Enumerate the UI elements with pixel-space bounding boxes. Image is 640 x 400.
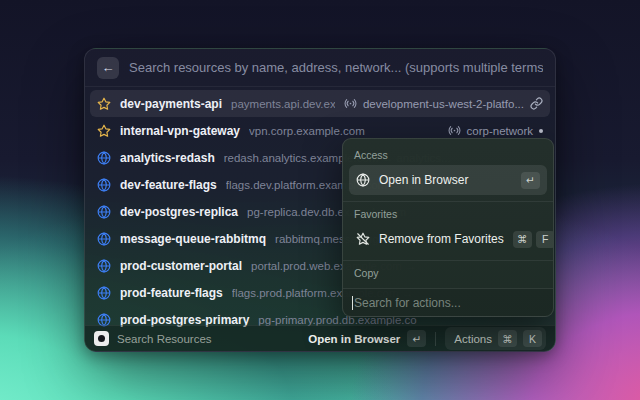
search-bar: ←	[85, 49, 555, 87]
resource-name: dev-payments-api	[120, 97, 222, 111]
primary-action-button[interactable]: Open in Browser ↵	[308, 330, 426, 347]
popup-section-copy: Copy	[354, 267, 542, 279]
resource-name: message-queue-rabbitmq	[120, 232, 266, 246]
text-caret	[352, 296, 353, 310]
popup-section-favorites: Favorites	[354, 208, 542, 220]
key-enter: ↵	[521, 172, 540, 189]
status-dot	[539, 129, 543, 133]
globe-icon	[356, 173, 370, 187]
search-input[interactable]	[129, 60, 543, 75]
globe-icon	[97, 286, 111, 300]
globe-icon	[97, 259, 111, 273]
globe-icon	[97, 178, 111, 192]
resource-name: prod-customer-portal	[120, 259, 242, 273]
star-off-icon	[356, 232, 370, 246]
resource-address: payments.api.dev.example.com → dev-paym.…	[231, 98, 335, 110]
resource-name: internal-vpn-gateway	[120, 124, 240, 138]
resource-address: vpn.corp.example.com	[249, 125, 439, 137]
divider	[435, 332, 436, 346]
resource-name: analytics-redash	[120, 151, 215, 165]
actions-popup: Access Open in Browser ↵ Favorites Remov…	[342, 138, 554, 317]
key-enter: ↵	[407, 330, 426, 347]
star-icon	[97, 124, 111, 138]
footer-bar: Search Resources Open in Browser ↵ Actio…	[85, 325, 555, 351]
broadcast-icon	[448, 124, 461, 137]
app-logo-icon	[94, 331, 109, 346]
footer-app-label: Search Resources	[117, 333, 308, 345]
menu-item-open-in-browser[interactable]: Open in Browser ↵	[349, 165, 547, 195]
list-item[interactable]: dev-payments-api payments.api.dev.exampl…	[90, 90, 550, 117]
divider	[343, 260, 553, 261]
key-k: K	[523, 330, 542, 347]
back-button[interactable]: ←	[97, 57, 119, 79]
key-cmd: ⌘	[513, 231, 532, 248]
divider	[343, 201, 553, 202]
resource-name: dev-feature-flags	[120, 178, 217, 192]
menu-item-remove-favorites[interactable]: Remove from Favorites ⌘ F	[349, 224, 547, 254]
key-cmd: ⌘	[498, 330, 517, 347]
broadcast-icon	[344, 97, 357, 110]
link-icon[interactable]	[530, 97, 543, 110]
resource-network: corp-network	[467, 125, 533, 137]
resource-name: dev-postgres-replica	[120, 205, 238, 219]
star-icon	[97, 97, 111, 111]
popup-section-access: Access	[354, 149, 542, 161]
actions-search-bar	[343, 288, 553, 316]
resource-name: prod-feature-flags	[120, 286, 223, 300]
key-f: F	[536, 231, 553, 248]
command-palette-window: ← dev-payments-api payments.api.dev.exam…	[84, 48, 556, 352]
globe-icon	[97, 232, 111, 246]
actions-search-input[interactable]	[354, 296, 544, 310]
resource-network: development-us-west-2-platfo...	[363, 98, 524, 110]
actions-button[interactable]: Actions ⌘ K	[445, 327, 546, 350]
globe-icon	[97, 151, 111, 165]
globe-icon	[97, 205, 111, 219]
arrow-left-icon: ←	[102, 61, 115, 74]
